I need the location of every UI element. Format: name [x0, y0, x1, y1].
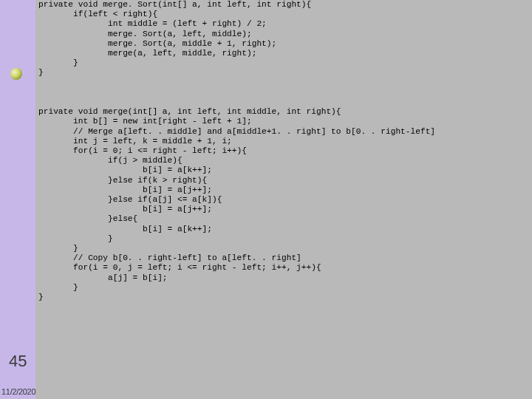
- code-block: private void merge. Sort(int[] a, int le…: [38, 0, 435, 302]
- slide-page: private void merge. Sort(int[] a, int le…: [0, 0, 532, 399]
- page-number: 45: [9, 352, 27, 371]
- slide-date: 11/2/2020: [1, 387, 35, 396]
- left-accent-bar: [0, 0, 35, 399]
- code-panel: private void merge. Sort(int[] a, int le…: [35, 0, 532, 399]
- bullet-icon: [10, 68, 22, 80]
